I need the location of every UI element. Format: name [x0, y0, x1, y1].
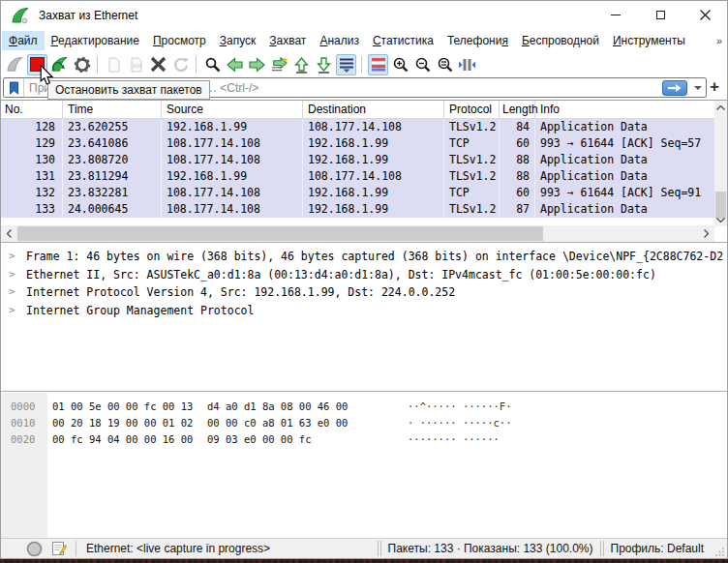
column-protocol[interactable]: Protocol	[444, 101, 500, 118]
cell-protocol: TCP	[444, 135, 500, 152]
save-file-button[interactable]: 010	[126, 54, 146, 75]
cell-info: Application Data	[535, 201, 714, 218]
apply-filter-button[interactable]	[662, 80, 687, 96]
status-bar: Ethernet: <live capture in progress> Пак…	[1, 538, 727, 558]
reload-file-icon	[172, 56, 190, 74]
column-time[interactable]: Time	[63, 101, 162, 118]
hex-bytes: d4 a0 d1 8a 08 00 46 00	[207, 399, 408, 415]
expander-icon[interactable]: >	[1, 302, 26, 320]
hex-row[interactable]: 0010 00 20 18 19 00 00 01 02 00 00 c0 a8…	[1, 415, 727, 431]
close-file-button[interactable]	[148, 54, 168, 75]
menu-edit[interactable]: Редактирование	[45, 31, 146, 50]
minimize-button[interactable]	[593, 1, 638, 29]
cell-destination: 192.168.1.99	[303, 135, 444, 152]
hex-row[interactable]: 0020 00 fc 94 04 00 00 16 00 09 03 e0 00…	[1, 431, 727, 448]
colorize-packets-button[interactable]	[368, 54, 388, 75]
packet-row[interactable]: 128 23.620255 192.168.1.99 108.177.14.10…	[1, 119, 714, 135]
capture-options-button[interactable]	[72, 54, 92, 75]
cell-destination: 108.177.14.108	[303, 168, 444, 185]
expander-icon[interactable]: >	[1, 283, 26, 302]
hex-ascii: ··^····· ······F·	[408, 399, 511, 415]
packet-list-horizontal-scrollbar[interactable]	[1, 225, 714, 242]
menu-tools[interactable]: Инструменты	[606, 31, 692, 50]
scroll-down-icon[interactable]	[714, 213, 727, 226]
next-packet-button[interactable]	[247, 54, 267, 75]
cell-source: 108.177.14.108	[162, 135, 303, 152]
capture-comment-icon[interactable]	[51, 541, 67, 556]
detail-row[interactable]: > Ethernet II, Src: ASUSTekC_a0:d1:8a (0…	[1, 266, 727, 284]
close-file-icon	[149, 55, 167, 74]
go-to-packet-button[interactable]	[269, 54, 289, 75]
zoom-out-button[interactable]	[412, 54, 433, 75]
scroll-up-icon[interactable]	[714, 101, 727, 114]
menu-view[interactable]: Просмотр	[146, 31, 213, 50]
detail-row[interactable]: > Internet Group Management Protocol	[1, 302, 727, 320]
first-packet-button[interactable]	[291, 54, 312, 75]
zoom-in-button[interactable]	[390, 54, 410, 75]
detail-row[interactable]: > Frame 1: 46 bytes on wire (368 bits), …	[1, 248, 727, 266]
next-packet-icon	[248, 57, 266, 73]
column-no[interactable]: No.	[1, 101, 63, 118]
packet-row[interactable]: 131 23.811294 192.168.1.99 108.177.14.10…	[1, 168, 714, 185]
zoom-original-icon	[437, 56, 454, 74]
filter-dropdown-button[interactable]	[690, 78, 706, 97]
cell-no: 131	[1, 168, 63, 185]
find-packet-button[interactable]	[202, 54, 223, 75]
reload-file-button[interactable]	[170, 54, 191, 75]
hex-ascii: ········ ······	[408, 431, 500, 448]
status-separator	[600, 541, 604, 556]
column-source[interactable]: Source	[162, 101, 303, 118]
menu-analyze[interactable]: Анализ	[313, 31, 366, 50]
last-packet-button[interactable]	[314, 54, 334, 75]
maximize-button[interactable]	[638, 1, 682, 29]
maximize-icon	[656, 11, 665, 19]
column-info[interactable]: Info	[535, 101, 714, 118]
expander-icon[interactable]: >	[1, 248, 26, 266]
cell-length: 88	[500, 168, 535, 185]
previous-packet-button[interactable]	[225, 54, 245, 75]
resize-columns-button[interactable]	[457, 54, 477, 75]
cell-no: 133	[1, 201, 63, 218]
profile-text[interactable]: Профиль: Default	[611, 542, 705, 555]
zoom-original-button[interactable]	[435, 54, 455, 75]
start-capture-button[interactable]	[5, 54, 25, 75]
resize-grip[interactable]	[715, 547, 725, 556]
scroll-right-icon[interactable]	[698, 225, 714, 242]
add-filter-button[interactable]: +	[706, 76, 723, 98]
expander-icon[interactable]: >	[1, 266, 26, 284]
packet-list-vertical-scrollbar[interactable]	[714, 101, 727, 226]
packet-row[interactable]: 133 24.000645 108.177.14.108 192.168.1.9…	[1, 201, 714, 218]
cell-source: 108.177.14.108	[162, 152, 303, 168]
detail-row[interactable]: > Internet Protocol Version 4, Src: 192.…	[1, 283, 727, 302]
column-length[interactable]: Length	[500, 101, 535, 118]
cell-time: 23.641086	[63, 135, 162, 152]
column-destination[interactable]: Destination	[303, 101, 444, 118]
packet-row[interactable]: 130 23.808720 108.177.14.108 192.168.1.9…	[1, 152, 714, 168]
menu-wireless[interactable]: Беспроводной	[515, 31, 606, 50]
open-file-button[interactable]	[104, 54, 124, 75]
filter-bookmark-button[interactable]	[4, 78, 24, 97]
hex-bytes: 09 03 e0 00 00 fc	[207, 431, 408, 448]
packet-details-pane: > Frame 1: 46 bytes on wire (368 bits), …	[1, 244, 727, 391]
scrollbar-thumb[interactable]	[17, 226, 543, 241]
menu-statistics[interactable]: Статистика	[366, 31, 440, 50]
previous-packet-icon	[226, 57, 244, 73]
menu-capture[interactable]: Захват	[262, 31, 313, 50]
menu-file[interactable]: Файл	[2, 31, 45, 50]
packet-row[interactable]: 132 23.832281 108.177.14.108 192.168.1.9…	[1, 185, 714, 201]
menu-go[interactable]: Запуск	[213, 31, 263, 50]
hex-row[interactable]: 0000 01 00 5e 00 00 fc 00 13 d4 a0 d1 8a…	[1, 399, 727, 415]
close-button[interactable]	[682, 1, 727, 29]
auto-scroll-button[interactable]	[336, 54, 356, 75]
go-to-packet-icon	[270, 56, 288, 73]
packet-list-header[interactable]: No. Time Source Destination Protocol Len…	[1, 101, 714, 119]
scroll-left-icon[interactable]	[1, 225, 17, 242]
menu-telephony[interactable]: Телефония	[440, 31, 515, 50]
expert-info-icon[interactable]	[26, 541, 43, 557]
window-title: Захват из Ethernet	[39, 9, 137, 22]
packet-row[interactable]: 129 23.641086 108.177.14.108 192.168.1.9…	[1, 135, 714, 152]
cell-destination: 192.168.1.99	[303, 201, 444, 218]
hex-offset: 0020	[1, 431, 52, 448]
menu-overflow-chevron[interactable]: »	[716, 35, 722, 46]
toolbar-separator	[97, 56, 98, 74]
